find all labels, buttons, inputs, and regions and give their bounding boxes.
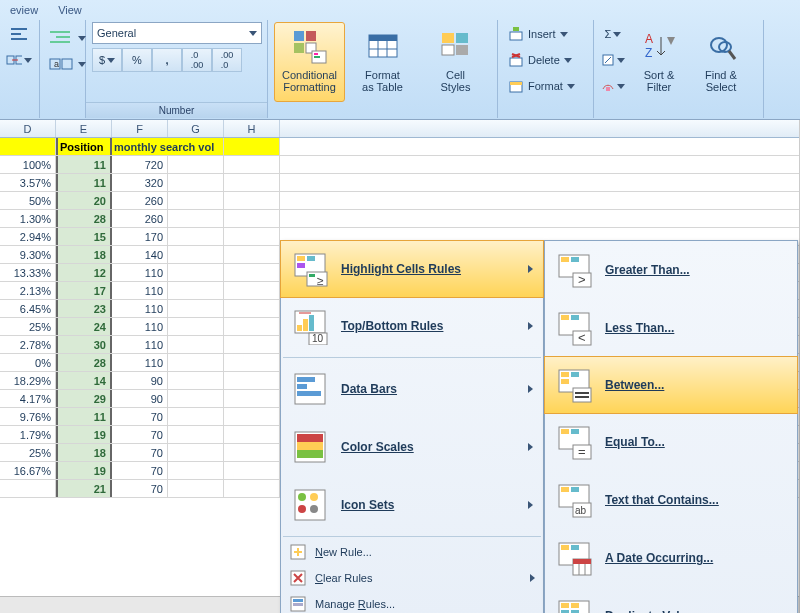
text-contains-item[interactable]: ab Text that Contains... bbox=[545, 471, 797, 529]
svg-rect-27 bbox=[510, 32, 522, 40]
increase-decimal-button[interactable]: .00.0 bbox=[212, 48, 242, 72]
col-header-f[interactable]: F bbox=[112, 120, 168, 137]
top-bottom-rules-item[interactable]: 10 Top/Bottom Rules bbox=[281, 297, 543, 355]
insert-button[interactable]: Insert bbox=[504, 22, 587, 46]
format-as-table-button[interactable]: Format as Table bbox=[347, 22, 418, 102]
cell-styles-button[interactable]: Cell Styles bbox=[420, 22, 491, 102]
comma-button[interactable]: , bbox=[152, 48, 182, 72]
icon-sets-item[interactable]: Icon Sets bbox=[281, 476, 543, 534]
indent-icon[interactable] bbox=[46, 26, 88, 50]
col-headers: D E F G H bbox=[0, 120, 799, 138]
wrap-text-icon[interactable] bbox=[6, 22, 32, 46]
data-bars-item[interactable]: Data Bars bbox=[281, 360, 543, 418]
clear-rules-item[interactable]: Clear Rules bbox=[281, 565, 543, 591]
sum-button[interactable]: Σ bbox=[600, 22, 626, 46]
highlight-cells-rules-item[interactable]: ≥ Highlight Cells Rules bbox=[280, 240, 544, 298]
col-header-d[interactable]: D bbox=[0, 120, 56, 137]
manage-rules-item[interactable]: Manage Rules... bbox=[281, 591, 543, 613]
svg-rect-9 bbox=[62, 59, 72, 69]
submenu-arrow bbox=[530, 574, 535, 582]
tab-review[interactable]: eview bbox=[10, 0, 38, 20]
table-row[interactable]: 3.57%11320 bbox=[0, 174, 799, 192]
merge-center-icon[interactable]: a bbox=[46, 52, 88, 76]
svg-rect-17 bbox=[314, 56, 320, 58]
decrease-decimal-button[interactable]: .0.00 bbox=[182, 48, 212, 72]
col-header-h[interactable]: H bbox=[224, 120, 280, 137]
less-than-item[interactable]: < Less Than... bbox=[545, 299, 797, 357]
svg-rect-13 bbox=[294, 43, 304, 53]
format-button[interactable]: Format bbox=[504, 74, 587, 98]
svg-text:10: 10 bbox=[312, 333, 324, 344]
svg-rect-19 bbox=[369, 35, 397, 41]
svg-rect-49 bbox=[297, 325, 302, 331]
conditional-formatting-menu: ≥ Highlight Cells Rules 10 Top/Bottom Ru… bbox=[280, 240, 544, 613]
text-contains-label: Text that Contains... bbox=[605, 493, 719, 507]
find-icon bbox=[701, 27, 741, 67]
col-header-g[interactable]: G bbox=[168, 120, 224, 137]
svg-rect-43 bbox=[307, 256, 315, 261]
svg-rect-28 bbox=[513, 27, 519, 31]
submenu-arrow bbox=[528, 385, 533, 393]
duplicate-values-item[interactable]: Duplicate Values... bbox=[545, 587, 797, 613]
date-icon bbox=[555, 539, 593, 577]
data-bars-icon bbox=[291, 370, 329, 408]
equal-to-label: Equal To... bbox=[605, 435, 665, 449]
delete-button[interactable]: Delete bbox=[504, 48, 587, 72]
between-icon bbox=[555, 366, 593, 404]
svg-rect-91 bbox=[571, 429, 579, 434]
new-rule-item[interactable]: New Rule... bbox=[281, 539, 543, 565]
clear-button[interactable] bbox=[600, 74, 626, 98]
conditional-formatting-button[interactable]: Conditional Formatting bbox=[274, 22, 345, 102]
duplicate-values-label: Duplicate Values... bbox=[605, 609, 710, 613]
svg-point-66 bbox=[310, 505, 318, 513]
submenu-arrow bbox=[528, 501, 533, 509]
svg-rect-79 bbox=[571, 315, 579, 320]
equal-to-item[interactable]: = Equal To... bbox=[545, 413, 797, 471]
svg-rect-24 bbox=[456, 33, 468, 43]
sort-filter-icon: AZ bbox=[639, 27, 679, 67]
text-contains-icon: ab bbox=[555, 481, 593, 519]
svg-rect-96 bbox=[571, 487, 579, 492]
between-item[interactable]: Between... bbox=[544, 356, 798, 414]
merge-icon[interactable] bbox=[6, 48, 32, 72]
find-select-button[interactable]: Find & Select bbox=[692, 22, 750, 102]
date-occurring-label: A Date Occurring... bbox=[605, 551, 713, 565]
svg-rect-73 bbox=[561, 257, 569, 262]
svg-rect-85 bbox=[561, 379, 569, 384]
svg-text:≥: ≥ bbox=[317, 274, 324, 288]
currency-button[interactable]: $ bbox=[92, 48, 122, 72]
conditional-formatting-label: Conditional Formatting bbox=[282, 69, 337, 93]
svg-rect-6 bbox=[56, 36, 70, 38]
svg-text:Z: Z bbox=[645, 46, 652, 60]
svg-rect-70 bbox=[293, 599, 303, 602]
menu-separator bbox=[283, 536, 541, 537]
svg-rect-0 bbox=[11, 28, 27, 30]
group-cells: Insert Delete Format bbox=[498, 20, 594, 118]
number-format-select[interactable]: General bbox=[92, 22, 262, 44]
top-bottom-icon: 10 bbox=[291, 307, 329, 345]
tab-view[interactable]: View bbox=[58, 0, 82, 20]
col-header-e[interactable]: E bbox=[56, 120, 112, 137]
color-scales-icon bbox=[291, 428, 329, 466]
table-row[interactable]: 50%20260 bbox=[0, 192, 799, 210]
insert-icon bbox=[508, 26, 524, 42]
table-row[interactable]: 1.30%28260 bbox=[0, 210, 799, 228]
fill-button[interactable] bbox=[600, 48, 626, 72]
svg-rect-78 bbox=[561, 315, 569, 320]
greater-than-item[interactable]: > Greater Than... bbox=[545, 241, 797, 299]
color-scales-item[interactable]: Color Scales bbox=[281, 418, 543, 476]
svg-point-65 bbox=[298, 505, 306, 513]
group-editing: Σ AZ Sort & Filter Find & Select bbox=[594, 20, 764, 118]
svg-rect-100 bbox=[561, 545, 569, 550]
svg-rect-103 bbox=[573, 559, 591, 564]
table-row[interactable]: 100%11720 bbox=[0, 156, 799, 174]
svg-rect-71 bbox=[293, 603, 303, 606]
percent-button[interactable]: % bbox=[122, 48, 152, 72]
svg-rect-50 bbox=[303, 319, 308, 331]
delete-icon bbox=[508, 52, 524, 68]
svg-rect-25 bbox=[442, 45, 454, 55]
date-occurring-item[interactable]: A Date Occurring... bbox=[545, 529, 797, 587]
format-table-label: Format as Table bbox=[362, 69, 403, 93]
sort-filter-button[interactable]: AZ Sort & Filter bbox=[630, 22, 688, 102]
svg-text:<: < bbox=[578, 330, 586, 345]
